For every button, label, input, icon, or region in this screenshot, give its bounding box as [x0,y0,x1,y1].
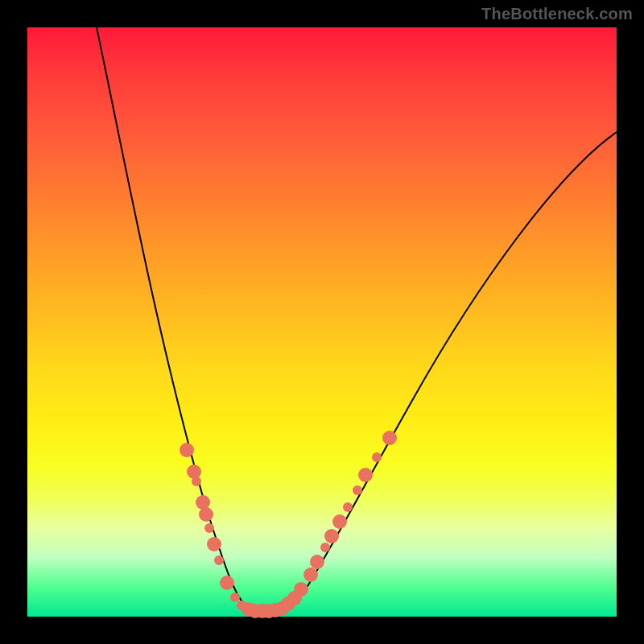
attribution-label: TheBottleneck.com [481,5,633,23]
marker-dot [220,576,234,590]
marker-dot [294,582,308,597]
marker-dot [204,523,214,533]
marker-dot [230,592,240,602]
marker-dot [180,443,194,457]
marker-dot [320,543,330,552]
bottleneck-curve [97,27,617,610]
chart-svg [27,27,617,617]
marker-dot [192,477,201,486]
marker-dot [187,464,201,479]
marker-dot [303,568,318,582]
marker-dot [358,468,373,482]
marker-dot [214,555,224,565]
marker-dot [199,507,213,522]
marker-dot [343,502,353,512]
marker-dot [324,529,339,543]
marker-dot [382,431,397,445]
marker-dot [310,555,324,569]
marker-dot [353,485,362,495]
marker-group [180,431,397,618]
marker-dot [332,514,347,529]
marker-dot [207,537,221,551]
marker-dot [372,452,382,462]
